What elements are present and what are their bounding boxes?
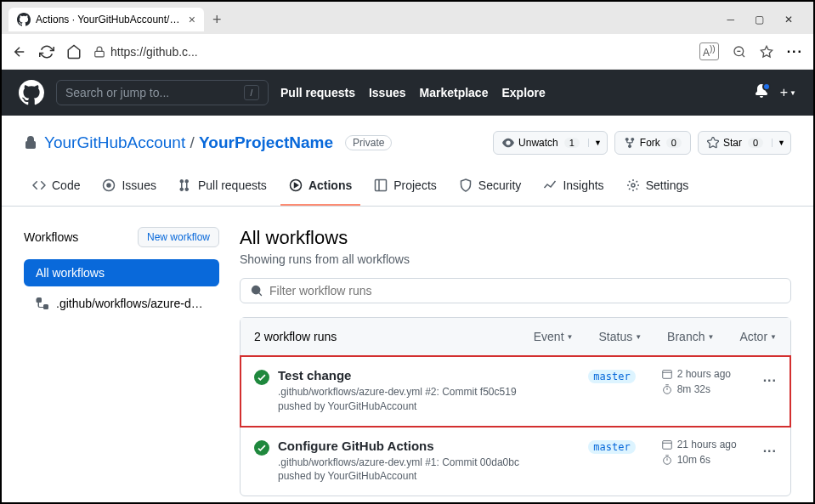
github-favicon [17, 13, 31, 26]
filter-input[interactable] [269, 284, 780, 297]
calendar-icon [661, 368, 673, 380]
content-subtitle: Showing runs from all workflows [240, 252, 791, 266]
tab-projects[interactable]: Projects [365, 172, 445, 206]
tab-insights[interactable]: Insights [535, 172, 612, 206]
run-row[interactable]: Test change .github/workflows/azure-dev.… [241, 356, 790, 427]
svg-line-2 [742, 54, 744, 57]
run-title[interactable]: Test change [278, 368, 580, 382]
svg-point-6 [107, 184, 110, 187]
filter-event[interactable]: Event▼ [534, 330, 574, 343]
run-row[interactable]: Configure GitHub Actions .github/workflo… [241, 427, 790, 496]
github-header: Search or jump to... / Pull requests Iss… [2, 70, 813, 116]
tab-close-icon[interactable]: × [189, 13, 195, 26]
star-icon [707, 137, 719, 149]
maximize-button[interactable]: ▢ [755, 14, 764, 25]
sidebar-title: Workflows [24, 230, 78, 244]
code-icon [32, 178, 46, 192]
tab-code[interactable]: Code [24, 172, 88, 206]
success-check-icon [254, 440, 269, 456]
graph-icon [543, 178, 557, 192]
close-button[interactable]: ✕ [784, 14, 793, 25]
tab-issues[interactable]: Issues [93, 172, 164, 206]
shield-icon [459, 178, 473, 192]
filter-status[interactable]: Status▼ [598, 330, 642, 343]
pull-icon [178, 178, 192, 192]
run-meta: 21 hours ago 10m 6s [661, 439, 755, 466]
workflow-icon [36, 297, 49, 310]
runs-content: All workflows Showing runs from all work… [240, 227, 791, 496]
play-icon [289, 178, 303, 192]
back-button[interactable] [12, 44, 27, 59]
zoom-icon[interactable] [733, 45, 746, 59]
browser-chrome: Actions · YourGitHubAccount/YourProjectN… [2, 2, 813, 70]
new-workflow-button[interactable]: New workflow [138, 227, 219, 247]
sidebar-item-workflow-file[interactable]: .github/workflows/azure-dev.... [24, 290, 219, 317]
nav-explore[interactable]: Explore [501, 86, 545, 99]
nav-pulls[interactable]: Pull requests [280, 86, 355, 99]
run-menu-button[interactable]: ··· [763, 444, 777, 459]
chevron-down-icon[interactable]: ▼ [588, 139, 607, 147]
filter-branch[interactable]: Branch▼ [667, 330, 714, 343]
runs-table: 2 workflow runs Event▼ Status▼ Branch▼ A… [240, 317, 791, 496]
github-logo[interactable] [19, 80, 44, 105]
calendar-icon [661, 439, 673, 450]
new-tab-button[interactable]: + [204, 11, 230, 29]
address-bar[interactable]: https://github.c... [93, 45, 198, 59]
visibility-badge: Private [345, 135, 392, 150]
watch-button[interactable]: Unwatch1 ▼ [493, 131, 608, 155]
run-subtitle: .github/workflows/azure-dev.yml #2: Comm… [278, 385, 580, 414]
filter-actor[interactable]: Actor▼ [739, 330, 777, 343]
tab-security[interactable]: Security [450, 172, 530, 206]
svg-marker-4 [761, 46, 772, 57]
main-content: Workflows New workflow All workflows .gi… [2, 207, 813, 504]
repo-path: YourGitHubAccount / YourProjectName [44, 133, 333, 152]
workflows-sidebar: Workflows New workflow All workflows .gi… [24, 227, 219, 496]
project-icon [374, 178, 388, 192]
issue-icon [102, 178, 116, 192]
reader-mode-icon[interactable]: A)) [699, 42, 719, 60]
search-icon [251, 285, 263, 297]
url-text: https://github.c... [110, 45, 198, 59]
sidebar-item-all-workflows[interactable]: All workflows [24, 259, 219, 286]
content-heading: All workflows [240, 227, 791, 249]
run-menu-button[interactable]: ··· [763, 373, 777, 388]
run-branch-badge[interactable]: master [588, 440, 635, 454]
run-branch-badge[interactable]: master [588, 370, 635, 383]
slash-badge: / [244, 85, 259, 100]
home-button[interactable] [66, 44, 82, 59]
fork-button[interactable]: Fork0 [614, 131, 691, 155]
repo-name-link[interactable]: YourProjectName [199, 133, 333, 151]
nav-issues[interactable]: Issues [369, 86, 406, 99]
lock-icon [24, 136, 37, 150]
svg-rect-12 [662, 371, 671, 379]
repo-owner-link[interactable]: YourGitHubAccount [44, 133, 185, 151]
browser-tab[interactable]: Actions · YourGitHubAccount/YourProjectN… [8, 8, 204, 31]
tab-pulls[interactable]: Pull requests [170, 172, 275, 206]
run-subtitle: .github/workflows/azure-dev.yml #1: Comm… [278, 456, 580, 484]
favorite-icon[interactable] [760, 45, 773, 59]
run-count-label: 2 workflow runs [254, 330, 508, 343]
svg-rect-18 [662, 440, 671, 449]
notifications-button[interactable] [755, 84, 768, 101]
add-dropdown[interactable]: +▼ [780, 85, 796, 100]
svg-rect-0 [95, 51, 105, 56]
tab-settings[interactable]: Settings [618, 172, 698, 206]
tab-title: Actions · YourGitHubAccount/YourProjectN… [36, 14, 184, 25]
fork-icon [624, 137, 636, 149]
window-controls: ─ ▢ ✕ [727, 14, 807, 25]
search-placeholder: Search or jump to... [65, 86, 169, 99]
chevron-down-icon[interactable]: ▼ [772, 139, 790, 147]
github-nav: Pull requests Issues Marketplace Explore [280, 86, 546, 99]
minimize-button[interactable]: ─ [727, 14, 734, 25]
github-search[interactable]: Search or jump to... / [56, 80, 269, 105]
more-icon[interactable]: ··· [787, 44, 803, 59]
notification-dot [762, 82, 771, 91]
nav-marketplace[interactable]: Marketplace [420, 86, 489, 99]
run-meta: 2 hours ago 8m 32s [661, 368, 755, 395]
run-title[interactable]: Configure GitHub Actions [278, 439, 580, 453]
star-button[interactable]: Star0 ▼ [698, 131, 791, 155]
filter-input-wrap[interactable] [240, 278, 791, 303]
tab-actions[interactable]: Actions [280, 172, 360, 206]
svg-point-10 [631, 184, 635, 187]
refresh-button[interactable] [39, 44, 54, 59]
